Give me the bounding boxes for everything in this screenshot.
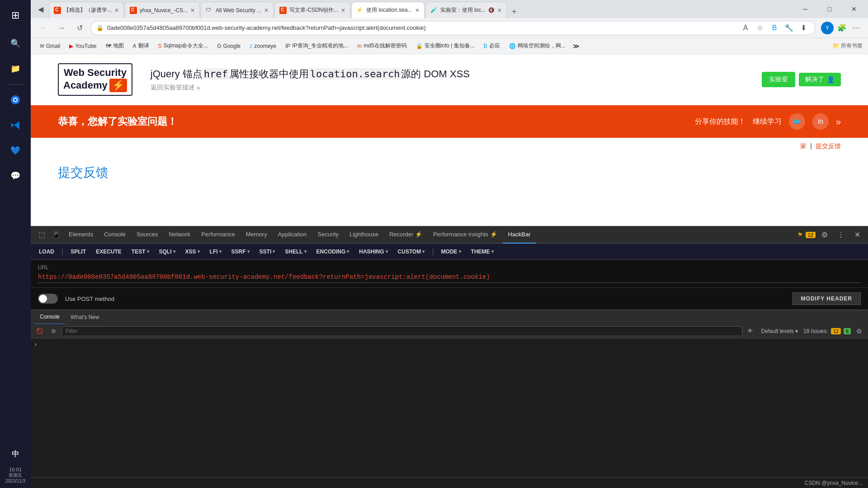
hackbar-test-btn[interactable]: TEST ▾ [127, 247, 154, 257]
tab-3-close[interactable]: ✕ [264, 7, 269, 14]
console-tab-console[interactable]: Console [34, 310, 65, 324]
hackbar-hashing-btn[interactable]: HASHING ▾ [354, 247, 392, 257]
forward-button[interactable]: → [54, 21, 69, 35]
hackbar-split-btn[interactable]: SPLIT [66, 247, 90, 257]
hackbar-load-btn[interactable]: LOAD [34, 247, 59, 257]
hackbar-ssti-btn[interactable]: SSTI ▾ [255, 247, 280, 257]
hackbar-encoding-btn[interactable]: ENCODING ▾ [312, 247, 354, 257]
hackbar-lfi-btn[interactable]: LFI ▾ [205, 247, 226, 257]
settings-icon[interactable]: ⋯ [850, 22, 863, 34]
hackbar-custom-btn[interactable]: CUSTOM ▾ [393, 247, 429, 257]
tab-6[interactable]: 🧪 实验室：使用 loc... 🔇 ✕ [425, 2, 507, 18]
devtools-tab-console[interactable]: Console [99, 226, 131, 244]
hackbar-mode-btn[interactable]: MODE ▾ [437, 247, 466, 257]
devtools-tab-elements[interactable]: Elements [63, 226, 99, 244]
bookmarks-folder-icon[interactable]: 📁 所有书签 [833, 42, 863, 50]
hackbar-ssrf-btn[interactable]: SSRF ▾ [227, 247, 254, 257]
bookmark-gmail[interactable]: ✉ Gmail [36, 41, 64, 51]
default-levels-btn[interactable]: Default levels ▾ [759, 327, 801, 335]
bookmarks-more[interactable]: ≫ [573, 42, 580, 50]
devtools-device-icon[interactable]: 📱 [49, 228, 63, 242]
devtools-tab-sources[interactable]: Sources [131, 226, 164, 244]
console-clear-icon[interactable]: 🚫 [34, 326, 45, 337]
new-tab-button[interactable]: + [508, 5, 520, 18]
tab-6-close[interactable]: ✕ [497, 7, 502, 14]
wechat-icon[interactable]: 💬 [5, 165, 26, 187]
bookmark-sqlmap[interactable]: S Sqlmap命令大全... [155, 40, 212, 52]
tab-prev-btn[interactable]: ◀ [34, 3, 47, 15]
hackbar-execute-btn[interactable]: EXECUTE [91, 247, 126, 257]
devtools-close-icon[interactable]: ✕ [850, 228, 864, 242]
banner-chevron-icon[interactable]: » [836, 117, 841, 127]
bookmark-icon[interactable]: ☆ [754, 22, 766, 34]
devtools-tab-application[interactable]: Application [273, 226, 312, 244]
vscode-icon[interactable] [5, 114, 26, 136]
bookmark-zoomeye[interactable]: z zoomeye [246, 41, 280, 51]
devtools-settings-icon[interactable]: ⚙ [817, 228, 832, 242]
reload-button[interactable]: ↺ [72, 21, 87, 35]
devtools-inspect-icon[interactable]: ⬚ [34, 228, 49, 242]
linkedin-icon[interactable]: in [812, 113, 829, 130]
console-filter-icon[interactable]: ⊘ [48, 326, 59, 337]
tab-1-close[interactable]: ✕ [114, 7, 119, 14]
devtools-tab-memory[interactable]: Memory [241, 226, 273, 244]
bookmark-ip[interactable]: IP IP查询_专业精准的地... [282, 40, 352, 52]
console-tab-whatsnew[interactable]: What's New [65, 310, 105, 324]
lab-button[interactable]: 实验室 [762, 72, 795, 87]
browser-icon[interactable] [5, 89, 26, 111]
search-icon[interactable]: 🔍 [5, 33, 26, 54]
close-window-button[interactable]: ✕ [844, 1, 864, 17]
devtools-tab-perf-insights[interactable]: Performance insights ⚡ [428, 226, 503, 244]
breadcrumb-current[interactable]: 提交反馈 [816, 142, 841, 150]
tab-1[interactable]: C 【精选】（渗透学... ✕ [49, 2, 124, 18]
profile-icon[interactable]: Y [821, 22, 834, 34]
tab-5[interactable]: ⚡ 使用 location.sea... ✕ [351, 2, 424, 18]
bookmark-aqq[interactable]: 🔒 安全圈info | 集知备... [412, 40, 478, 52]
devtools-tab-recorder[interactable]: Recorder ⚡ [384, 226, 428, 244]
site-info-icon[interactable]: 🔒 [96, 24, 104, 31]
tab-4[interactable]: C 写文章-CSDN创作... ✕ [274, 2, 350, 18]
hackbar-theme-btn[interactable]: THEME ▾ [467, 247, 498, 257]
devtools-tab-hackbar[interactable]: HackBar [503, 226, 536, 244]
tab-2-close[interactable]: ✕ [190, 7, 195, 14]
hackbar-url-input[interactable] [38, 273, 861, 283]
bookmark-net[interactable]: 🌐 网络空间测绘，网... [505, 40, 569, 52]
minimize-button[interactable]: ─ [795, 1, 816, 17]
windows-button[interactable]: ⊞ [0, 0, 31, 31]
devtools-tab-performance[interactable]: Performance [196, 226, 240, 244]
devtools-tab-security[interactable]: Security [312, 226, 344, 244]
address-bar[interactable]: 🔒 0ade008e0357a5d4805aa89700bf001d.web-s… [90, 21, 816, 35]
console-filter-input[interactable] [61, 326, 742, 336]
hackbar-sqli-btn[interactable]: SQLI ▾ [155, 247, 180, 257]
file-explorer-icon[interactable]: 📁 [5, 58, 26, 80]
tab-5-close[interactable]: ✕ [415, 7, 420, 14]
bookmark-maps[interactable]: 🗺 地图 [102, 40, 127, 52]
tab-3[interactable]: 🛡 All Web Security ... ✕ [201, 2, 274, 18]
twitter-icon[interactable]: 🐦 [789, 113, 805, 130]
app-icon-1[interactable]: 💙 [5, 140, 26, 161]
extensions-icon[interactable]: 🧩 [835, 22, 848, 34]
hackbar-xss-btn[interactable]: XSS ▾ [181, 247, 204, 257]
bookmark-md5[interactable]: m md5在线解密密码 [354, 40, 410, 52]
back-button[interactable]: ← [36, 21, 51, 35]
ime-icon[interactable]: 中 [5, 443, 26, 465]
maximize-button[interactable]: □ [819, 1, 840, 17]
wsa-back-link[interactable]: 返回实验室描述 » [151, 84, 744, 92]
bookmark-google[interactable]: G Google [213, 41, 244, 51]
modify-header-button[interactable]: MODIFY HEADER [793, 292, 861, 305]
translate-icon[interactable]: A [739, 22, 752, 34]
bookmark-bing[interactable]: B 必应 [480, 40, 504, 52]
devtools-tab-network[interactable]: Network [164, 226, 196, 244]
console-eye-icon[interactable]: 👁 [745, 326, 756, 337]
breadcrumb-home[interactable]: 家 [800, 142, 807, 150]
tab-4-close[interactable]: ✕ [341, 7, 345, 14]
ext-icon-2[interactable]: ⬇ [797, 22, 810, 34]
bing-icon[interactable]: B [768, 22, 781, 34]
devtools-more-icon[interactable]: ⋮ [834, 228, 848, 242]
devtools-tab-lighthouse[interactable]: Lighthouse [344, 226, 384, 244]
hackbar-shell-btn[interactable]: SHELL ▾ [280, 247, 311, 257]
bookmark-translate[interactable]: A 翻译 [129, 40, 153, 52]
bookmark-youtube[interactable]: ▶ YouTube [66, 41, 100, 51]
ext-icon-1[interactable]: 🔧 [783, 22, 795, 34]
console-gear-icon[interactable]: ⚙ [854, 326, 864, 337]
